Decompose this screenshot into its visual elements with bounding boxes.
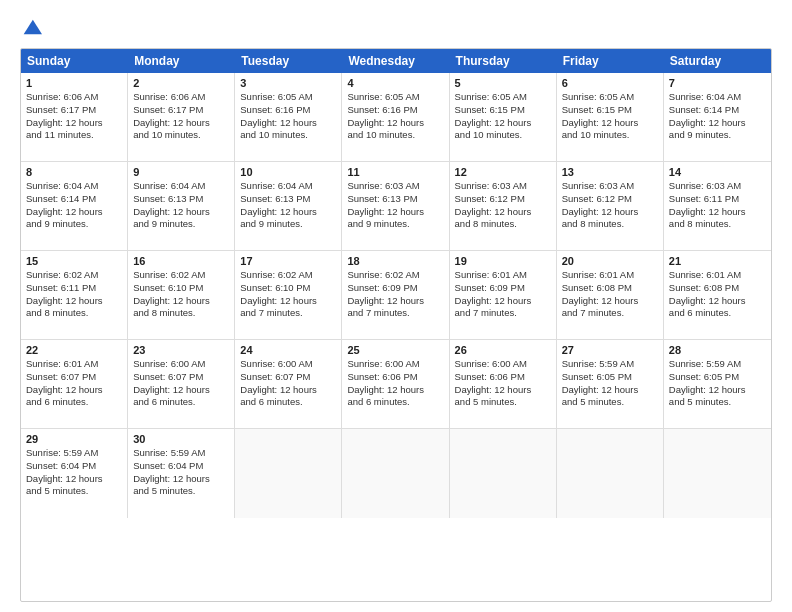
calendar-cell: 5Sunrise: 6:05 AMSunset: 6:15 PMDaylight… bbox=[450, 73, 557, 161]
day-info-line: Sunset: 6:05 PM bbox=[562, 371, 658, 384]
calendar-cell: 16Sunrise: 6:02 AMSunset: 6:10 PMDayligh… bbox=[128, 251, 235, 339]
day-info-line: Daylight: 12 hours bbox=[562, 206, 658, 219]
calendar-cell: 1Sunrise: 6:06 AMSunset: 6:17 PMDaylight… bbox=[21, 73, 128, 161]
day-info-line: Sunset: 6:13 PM bbox=[133, 193, 229, 206]
calendar-week: 8Sunrise: 6:04 AMSunset: 6:14 PMDaylight… bbox=[21, 162, 771, 251]
day-info-line: Sunrise: 6:01 AM bbox=[669, 269, 766, 282]
day-info-line: and 6 minutes. bbox=[347, 396, 443, 409]
day-number: 6 bbox=[562, 77, 658, 89]
calendar-cell: 24Sunrise: 6:00 AMSunset: 6:07 PMDayligh… bbox=[235, 340, 342, 428]
day-info-line: Sunset: 6:07 PM bbox=[26, 371, 122, 384]
calendar-cell: 4Sunrise: 6:05 AMSunset: 6:16 PMDaylight… bbox=[342, 73, 449, 161]
day-number: 13 bbox=[562, 166, 658, 178]
day-info-line: Daylight: 12 hours bbox=[562, 384, 658, 397]
calendar-cell: 14Sunrise: 6:03 AMSunset: 6:11 PMDayligh… bbox=[664, 162, 771, 250]
logo bbox=[20, 16, 46, 38]
day-info-line: Sunrise: 6:03 AM bbox=[562, 180, 658, 193]
day-number: 7 bbox=[669, 77, 766, 89]
day-info-line: Sunrise: 6:05 AM bbox=[347, 91, 443, 104]
calendar-week: 1Sunrise: 6:06 AMSunset: 6:17 PMDaylight… bbox=[21, 73, 771, 162]
day-info-line: and 6 minutes. bbox=[669, 307, 766, 320]
day-info-line: Daylight: 12 hours bbox=[26, 473, 122, 486]
calendar-cell: 10Sunrise: 6:04 AMSunset: 6:13 PMDayligh… bbox=[235, 162, 342, 250]
day-info-line: Sunset: 6:15 PM bbox=[455, 104, 551, 117]
day-info-line: Sunset: 6:17 PM bbox=[26, 104, 122, 117]
day-info-line: Sunrise: 6:02 AM bbox=[347, 269, 443, 282]
day-info-line: Daylight: 12 hours bbox=[455, 206, 551, 219]
day-number: 16 bbox=[133, 255, 229, 267]
calendar-cell bbox=[235, 429, 342, 518]
day-number: 14 bbox=[669, 166, 766, 178]
day-info-line: Sunset: 6:08 PM bbox=[669, 282, 766, 295]
calendar-week: 29Sunrise: 5:59 AMSunset: 6:04 PMDayligh… bbox=[21, 429, 771, 518]
day-number: 2 bbox=[133, 77, 229, 89]
calendar-week: 15Sunrise: 6:02 AMSunset: 6:11 PMDayligh… bbox=[21, 251, 771, 340]
day-info-line: Sunrise: 6:00 AM bbox=[133, 358, 229, 371]
day-number: 25 bbox=[347, 344, 443, 356]
day-info-line: Sunset: 6:07 PM bbox=[133, 371, 229, 384]
calendar-cell: 17Sunrise: 6:02 AMSunset: 6:10 PMDayligh… bbox=[235, 251, 342, 339]
calendar-cell bbox=[664, 429, 771, 518]
day-info-line: Sunset: 6:13 PM bbox=[240, 193, 336, 206]
day-info-line: Sunset: 6:06 PM bbox=[347, 371, 443, 384]
day-info-line: Daylight: 12 hours bbox=[347, 117, 443, 130]
day-number: 10 bbox=[240, 166, 336, 178]
day-info-line: Daylight: 12 hours bbox=[240, 295, 336, 308]
day-info-line: Sunset: 6:05 PM bbox=[669, 371, 766, 384]
weekday-header: Sunday bbox=[21, 49, 128, 73]
day-info-line: and 7 minutes. bbox=[240, 307, 336, 320]
calendar-cell: 25Sunrise: 6:00 AMSunset: 6:06 PMDayligh… bbox=[342, 340, 449, 428]
calendar-cell: 13Sunrise: 6:03 AMSunset: 6:12 PMDayligh… bbox=[557, 162, 664, 250]
day-info-line: and 10 minutes. bbox=[455, 129, 551, 142]
day-info-line: and 10 minutes. bbox=[347, 129, 443, 142]
day-info-line: Sunrise: 6:00 AM bbox=[455, 358, 551, 371]
day-info-line: and 9 minutes. bbox=[133, 218, 229, 231]
day-info-line: Sunset: 6:12 PM bbox=[455, 193, 551, 206]
day-number: 3 bbox=[240, 77, 336, 89]
calendar-cell: 27Sunrise: 5:59 AMSunset: 6:05 PMDayligh… bbox=[557, 340, 664, 428]
day-info-line: Sunrise: 6:05 AM bbox=[455, 91, 551, 104]
day-number: 27 bbox=[562, 344, 658, 356]
day-info-line: Sunrise: 6:05 AM bbox=[240, 91, 336, 104]
day-info-line: Sunset: 6:14 PM bbox=[669, 104, 766, 117]
day-info-line: Sunset: 6:11 PM bbox=[26, 282, 122, 295]
calendar-cell: 20Sunrise: 6:01 AMSunset: 6:08 PMDayligh… bbox=[557, 251, 664, 339]
day-number: 8 bbox=[26, 166, 122, 178]
day-info-line: Sunset: 6:08 PM bbox=[562, 282, 658, 295]
day-info-line: Sunrise: 5:59 AM bbox=[669, 358, 766, 371]
calendar-cell: 28Sunrise: 5:59 AMSunset: 6:05 PMDayligh… bbox=[664, 340, 771, 428]
svg-marker-0 bbox=[24, 20, 42, 35]
calendar-cell: 19Sunrise: 6:01 AMSunset: 6:09 PMDayligh… bbox=[450, 251, 557, 339]
day-info-line: Daylight: 12 hours bbox=[240, 117, 336, 130]
day-info-line: Sunset: 6:17 PM bbox=[133, 104, 229, 117]
day-info-line: Sunrise: 6:04 AM bbox=[26, 180, 122, 193]
day-info-line: Sunrise: 5:59 AM bbox=[562, 358, 658, 371]
day-info-line: Sunrise: 6:04 AM bbox=[669, 91, 766, 104]
day-info-line: Sunset: 6:07 PM bbox=[240, 371, 336, 384]
day-info-line: Sunset: 6:11 PM bbox=[669, 193, 766, 206]
day-info-line: and 10 minutes. bbox=[133, 129, 229, 142]
day-info-line: and 8 minutes. bbox=[133, 307, 229, 320]
day-info-line: Daylight: 12 hours bbox=[669, 295, 766, 308]
day-info-line: Sunrise: 6:03 AM bbox=[669, 180, 766, 193]
weekday-header: Wednesday bbox=[342, 49, 449, 73]
day-info-line: Daylight: 12 hours bbox=[455, 117, 551, 130]
day-info-line: and 9 minutes. bbox=[26, 218, 122, 231]
calendar-cell: 12Sunrise: 6:03 AMSunset: 6:12 PMDayligh… bbox=[450, 162, 557, 250]
day-info-line: Daylight: 12 hours bbox=[26, 295, 122, 308]
day-info-line: Sunrise: 6:02 AM bbox=[240, 269, 336, 282]
day-number: 19 bbox=[455, 255, 551, 267]
day-number: 30 bbox=[133, 433, 229, 445]
day-info-line: Sunrise: 6:03 AM bbox=[455, 180, 551, 193]
day-info-line: Sunset: 6:09 PM bbox=[455, 282, 551, 295]
day-info-line: Sunset: 6:12 PM bbox=[562, 193, 658, 206]
day-number: 18 bbox=[347, 255, 443, 267]
calendar-cell: 8Sunrise: 6:04 AMSunset: 6:14 PMDaylight… bbox=[21, 162, 128, 250]
day-info-line: Sunrise: 6:00 AM bbox=[240, 358, 336, 371]
calendar-cell: 2Sunrise: 6:06 AMSunset: 6:17 PMDaylight… bbox=[128, 73, 235, 161]
day-info-line: Sunrise: 6:03 AM bbox=[347, 180, 443, 193]
day-info-line: Daylight: 12 hours bbox=[455, 384, 551, 397]
calendar-cell: 9Sunrise: 6:04 AMSunset: 6:13 PMDaylight… bbox=[128, 162, 235, 250]
calendar-cell: 29Sunrise: 5:59 AMSunset: 6:04 PMDayligh… bbox=[21, 429, 128, 518]
calendar: SundayMondayTuesdayWednesdayThursdayFrid… bbox=[20, 48, 772, 602]
